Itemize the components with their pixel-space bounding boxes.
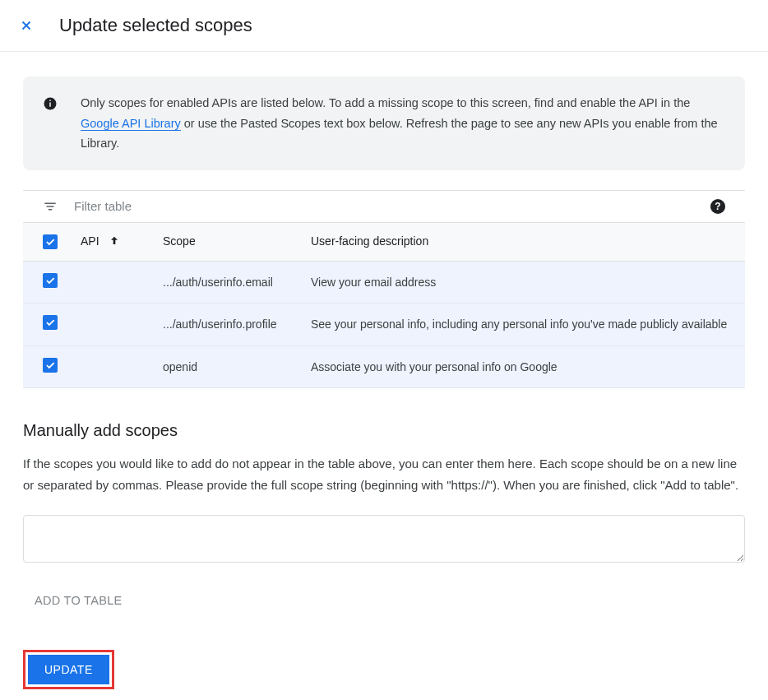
check-icon	[44, 359, 56, 371]
description-header[interactable]: User-facing description	[303, 222, 745, 261]
table-row: .../auth/userinfo.profile See your perso…	[23, 304, 745, 345]
row-checkbox[interactable]	[43, 358, 58, 373]
info-text-before: Only scopes for enabled APIs are listed …	[81, 96, 690, 109]
row-checkbox[interactable]	[43, 273, 58, 288]
row-scope: openid	[155, 345, 303, 387]
svg-rect-2	[49, 100, 51, 102]
close-icon	[19, 18, 34, 33]
manual-scopes-textarea[interactable]	[23, 515, 745, 563]
filter-bar: ?	[23, 190, 745, 222]
scopes-table: API Scope User-facing description .../au…	[23, 222, 745, 388]
close-button[interactable]	[16, 16, 36, 35]
check-icon	[44, 275, 56, 286]
table-row: .../auth/userinfo.email View your email …	[23, 261, 745, 303]
info-banner: Only scopes for enabled APIs are listed …	[23, 76, 745, 170]
filter-input[interactable]	[74, 199, 694, 213]
manual-add-description: If the scopes you would like to add do n…	[23, 453, 745, 495]
row-scope: .../auth/userinfo.email	[155, 261, 303, 303]
add-to-table-button[interactable]: ADD TO TABLE	[23, 586, 133, 615]
scope-header[interactable]: Scope	[155, 222, 303, 261]
svg-rect-1	[49, 103, 51, 107]
row-api	[72, 261, 155, 303]
row-api	[72, 304, 155, 345]
check-icon	[44, 236, 56, 248]
row-checkbox[interactable]	[43, 315, 58, 330]
help-icon[interactable]: ?	[710, 199, 725, 214]
select-all-checkbox[interactable]	[43, 234, 58, 249]
dialog-title: Update selected scopes	[59, 15, 252, 36]
row-scope: .../auth/userinfo.profile	[155, 304, 303, 345]
row-description: View your email address	[303, 261, 745, 303]
check-icon	[44, 317, 56, 328]
update-button[interactable]: UPDATE	[28, 655, 109, 684]
row-description: Associate you with your personal info on…	[303, 345, 745, 387]
row-description: See your personal info, including any pe…	[303, 304, 745, 345]
info-text: Only scopes for enabled APIs are listed …	[81, 93, 725, 154]
arrow-up-icon	[108, 234, 121, 248]
api-header[interactable]: API	[81, 234, 99, 248]
filter-icon	[43, 199, 58, 214]
update-button-highlight: UPDATE	[23, 650, 114, 689]
manual-add-title: Manually add scopes	[23, 421, 745, 440]
info-icon	[43, 96, 58, 111]
table-row: openid Associate you with your personal …	[23, 345, 745, 387]
api-library-link[interactable]: Google API Library	[81, 117, 181, 131]
dialog-header: Update selected scopes	[0, 0, 768, 52]
row-api	[72, 345, 155, 387]
